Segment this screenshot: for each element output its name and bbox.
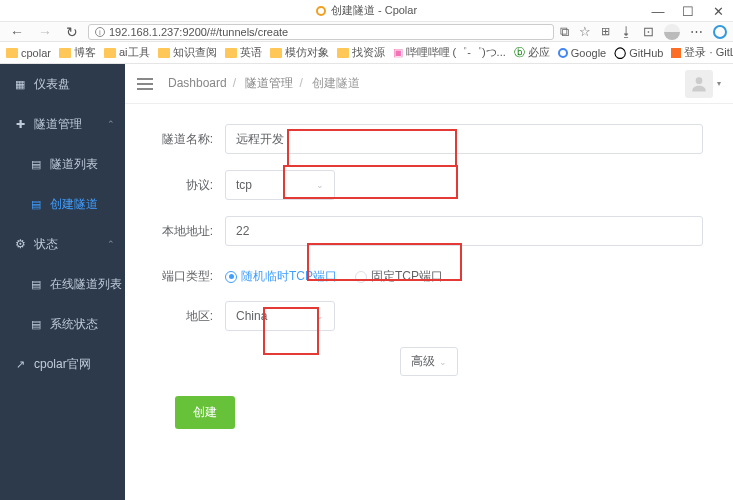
bookmark-item[interactable]: ⓑ必应: [514, 45, 550, 60]
sidebar-item-tunnels[interactable]: 隧道管理⌃: [0, 104, 125, 144]
chevron-down-icon[interactable]: ▾: [717, 79, 721, 88]
chevron-up-icon: ⌃: [107, 119, 115, 129]
protocol-select[interactable]: tcp⌄: [225, 170, 335, 200]
copy-icon[interactable]: ⧉: [560, 24, 569, 40]
close-button[interactable]: ✕: [703, 0, 733, 22]
bookmark-item[interactable]: cpolar: [6, 47, 51, 59]
dashboard-icon: [14, 78, 26, 90]
topbar: Dashboard/ 隧道管理/ 创建隧道 ▾: [125, 64, 733, 104]
extension-icon[interactable]: ⊡: [643, 24, 654, 39]
list-icon: [30, 278, 42, 290]
chevron-down-icon: ⌄: [439, 357, 447, 367]
maximize-button[interactable]: ☐: [673, 0, 703, 22]
external-link-icon: [14, 358, 26, 370]
hamburger-icon[interactable]: [137, 75, 153, 93]
cpolar-ext-icon[interactable]: [713, 25, 727, 39]
region-select[interactable]: China⌄: [225, 301, 335, 331]
back-icon[interactable]: ←: [6, 24, 28, 40]
star-icon[interactable]: ☆: [579, 24, 591, 39]
list-icon: [30, 158, 42, 170]
radio-random-port[interactable]: 随机临时TCP端口: [225, 268, 337, 285]
sidebar-item-online-list[interactable]: 在线隧道列表: [0, 264, 125, 304]
bookmark-item[interactable]: 模仿对象: [270, 45, 329, 60]
sidebar-item-create-tunnel[interactable]: 创建隧道: [0, 184, 125, 224]
chevron-up-icon: ⌃: [107, 239, 115, 249]
profile-icon[interactable]: [664, 24, 680, 40]
sidebar-item-official[interactable]: cpolar官网: [0, 344, 125, 384]
crumb-current: 创建隧道: [312, 76, 360, 90]
sidebar-item-tunnel-list[interactable]: 隧道列表: [0, 144, 125, 184]
svg-point-0: [696, 77, 703, 84]
download-icon[interactable]: ⭳: [620, 24, 633, 39]
bookmark-item[interactable]: 知识查阅: [158, 45, 217, 60]
crumb-tunnels[interactable]: 隧道管理: [245, 76, 293, 90]
label-name: 隧道名称:: [155, 131, 225, 148]
window-titlebar: 创建隧道 - Cpolar — ☐ ✕: [0, 0, 733, 22]
app-icon: [316, 6, 326, 16]
chevron-down-icon: ⌄: [316, 180, 324, 190]
bookmarks-bar: cpolar 博客 ai工具 知识查阅 英语 模仿对象 找资源 ▣哔哩哔哩 (゜…: [0, 42, 733, 64]
tunnel-form: 隧道名称: 协议: tcp⌄ 本地地址: 端口类型: 随机临时TCP端口 固定T…: [125, 104, 733, 449]
bookmark-item[interactable]: Google: [558, 47, 606, 59]
bookmark-item[interactable]: ◯GitHub: [614, 46, 663, 59]
tab-icon[interactable]: ⊞: [601, 25, 610, 38]
sidebar: 仪表盘 隧道管理⌃ 隧道列表 创建隧道 状态⌃ 在线隧道列表 系统状态 cpol…: [0, 64, 125, 500]
window-title: 创建隧道 - Cpolar: [331, 3, 417, 18]
main-content: Dashboard/ 隧道管理/ 创建隧道 ▾ 隧道名称: 协议: tcp⌄ 本…: [125, 64, 733, 500]
bookmark-item[interactable]: 博客: [59, 45, 96, 60]
create-button[interactable]: 创建: [175, 396, 235, 429]
refresh-icon[interactable]: ↻: [62, 24, 82, 40]
label-port-type: 端口类型:: [155, 268, 225, 285]
gear-icon: [14, 238, 26, 250]
window-controls: — ☐ ✕: [643, 0, 733, 22]
label-protocol: 协议:: [155, 177, 225, 194]
advanced-button[interactable]: 高级⌄: [400, 347, 458, 376]
sidebar-item-status[interactable]: 状态⌃: [0, 224, 125, 264]
label-region: 地区:: [155, 308, 225, 325]
avatar[interactable]: [685, 70, 713, 98]
sidebar-item-dashboard[interactable]: 仪表盘: [0, 64, 125, 104]
chevron-down-icon: ⌄: [316, 311, 324, 321]
minimize-button[interactable]: —: [643, 0, 673, 22]
radio-fixed-port[interactable]: 固定TCP端口: [355, 268, 443, 285]
bookmark-item[interactable]: 英语: [225, 45, 262, 60]
sidebar-item-sys-status[interactable]: 系统状态: [0, 304, 125, 344]
list-icon: [30, 318, 42, 330]
menu-icon[interactable]: ⋯: [690, 24, 703, 39]
bookmark-item[interactable]: ▣哔哩哔哩 (゜-゜)つ...: [393, 45, 506, 60]
tunnel-name-input[interactable]: [225, 124, 703, 154]
url-text: 192.168.1.237:9200/#/tunnels/create: [109, 26, 288, 38]
info-icon: i: [95, 27, 105, 37]
breadcrumb: Dashboard/ 隧道管理/ 创建隧道: [168, 75, 360, 92]
browser-address-bar: ← → ↻ i 192.168.1.237:9200/#/tunnels/cre…: [0, 22, 733, 42]
label-addr: 本地地址:: [155, 223, 225, 240]
local-address-input[interactable]: [225, 216, 703, 246]
forward-icon[interactable]: →: [34, 24, 56, 40]
bookmark-item[interactable]: 找资源: [337, 45, 385, 60]
list-icon: [30, 198, 42, 210]
crumb-dashboard[interactable]: Dashboard: [168, 76, 227, 90]
url-input[interactable]: i 192.168.1.237:9200/#/tunnels/create: [88, 24, 554, 40]
bookmark-item[interactable]: 登录 · GitLab: [671, 45, 733, 60]
plus-icon: [14, 118, 26, 130]
bookmark-item[interactable]: ai工具: [104, 45, 150, 60]
